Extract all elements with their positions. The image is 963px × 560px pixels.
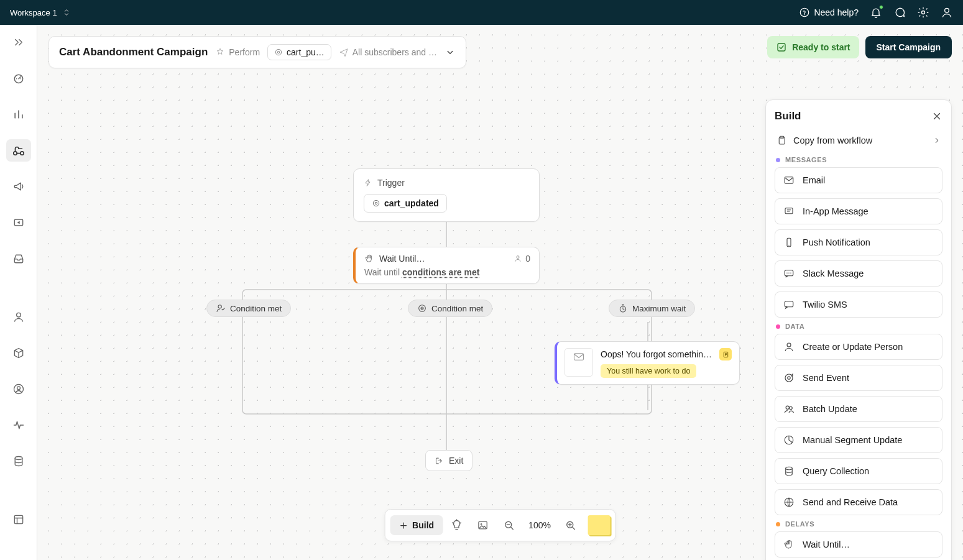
panel-item-email[interactable]: Email <box>775 167 942 193</box>
email-message-node[interactable]: Oops! You forgot somethin… You still hav… <box>555 341 740 385</box>
svg-point-24 <box>517 256 519 259</box>
sidebar-inbox-icon[interactable] <box>6 247 31 270</box>
message-warning-badge: You still have work to do <box>601 364 696 378</box>
svg-rect-21 <box>778 44 785 51</box>
people-icon <box>783 403 795 415</box>
person-icon <box>783 341 795 353</box>
sidebar-segments-icon[interactable] <box>6 378 31 400</box>
trigger-event-name[interactable]: cart_updated <box>364 194 447 213</box>
hand-icon <box>783 538 795 551</box>
draft-badge-icon <box>719 348 732 360</box>
svg-point-44 <box>785 374 793 382</box>
chat-icon[interactable] <box>893 6 906 19</box>
push-icon <box>783 236 795 249</box>
panel-item-wait-until[interactable]: Wait Until… <box>775 531 942 558</box>
idea-button[interactable] <box>444 513 469 537</box>
section-dot-icon <box>776 324 780 329</box>
panel-item-manual-segment[interactable]: Manual Segment Update <box>775 427 942 453</box>
audience-label[interactable]: All subscribers and … <box>339 47 437 57</box>
hand-icon <box>364 254 374 264</box>
need-help-link[interactable]: Need help? <box>799 7 859 18</box>
perform-label: Perform <box>215 47 260 57</box>
svg-point-19 <box>275 49 281 55</box>
panel-item-batch-update[interactable]: Batch Update <box>775 396 942 422</box>
top-bar: Workspace 1 Need help? <box>0 0 963 25</box>
sidebar-content-icon[interactable] <box>6 508 31 531</box>
zoom-in-button[interactable] <box>558 513 583 537</box>
section-dot-icon <box>776 158 780 162</box>
build-panel-title: Build <box>775 110 801 122</box>
svg-point-0 <box>801 8 809 17</box>
slack-icon <box>783 267 795 280</box>
panel-item-twilio[interactable]: Twilio SMS <box>775 291 942 318</box>
close-icon[interactable] <box>931 111 942 122</box>
wait-until-node[interactable]: Wait Until… 0 Wait until conditions are … <box>353 247 540 284</box>
sidebar-activity-icon[interactable] <box>6 414 31 436</box>
sidebar-objects-icon[interactable] <box>6 342 31 364</box>
clipboard-icon <box>776 135 787 146</box>
sidebar-people-icon[interactable] <box>6 306 31 328</box>
svg-point-27 <box>421 307 423 310</box>
need-help-label: Need help? <box>814 7 859 17</box>
workspace-selector[interactable]: Workspace 1 <box>10 8 57 17</box>
trigger-node[interactable]: Trigger cart_updated <box>353 168 540 222</box>
section-delays: DELAYS <box>776 520 942 528</box>
sidebar-analytics-icon[interactable] <box>6 103 31 126</box>
campaign-title[interactable]: Cart Abandonment Campaign <box>59 46 208 58</box>
sticky-note-button[interactable] <box>588 515 611 535</box>
branch-condition-met-1[interactable]: Condition met <box>206 300 291 317</box>
svg-point-2 <box>922 11 925 14</box>
sidebar-journeys-icon[interactable] <box>6 139 31 162</box>
workflow-canvas[interactable]: Cart Abandonment Campaign Perform cart_p… <box>37 25 963 560</box>
notifications-icon[interactable] <box>870 6 882 19</box>
notification-dot <box>879 5 883 9</box>
branch-maximum-wait[interactable]: Maximum wait <box>609 300 695 317</box>
svg-rect-12 <box>14 515 22 523</box>
message-title: Oops! You forgot somethin… <box>601 349 712 359</box>
profile-icon[interactable] <box>941 6 953 19</box>
panel-item-query-collection[interactable]: Query Collection <box>775 458 942 484</box>
svg-rect-38 <box>785 208 793 214</box>
exit-node[interactable]: Exit <box>425 450 472 471</box>
event-icon <box>215 47 225 57</box>
campaign-header: Cart Abandonment Campaign Perform cart_p… <box>48 36 466 68</box>
svg-point-45 <box>788 377 791 380</box>
svg-point-10 <box>17 387 20 390</box>
panel-item-inapp[interactable]: In-App Message <box>775 198 942 224</box>
sidebar-collapse-icon[interactable] <box>6 31 31 53</box>
sidebar-delivery-icon[interactable] <box>6 211 31 234</box>
build-button[interactable]: Build <box>390 515 443 535</box>
globe-icon <box>783 496 795 508</box>
panel-item-send-receive[interactable]: Send and Receive Data <box>775 489 942 515</box>
chevron-down-icon[interactable] <box>445 47 456 58</box>
settings-icon[interactable] <box>917 6 929 19</box>
sidebar-database-icon[interactable] <box>6 450 31 472</box>
conditions-link[interactable]: conditions are met <box>402 267 479 277</box>
section-data: DATA <box>776 323 942 330</box>
target-icon <box>372 199 380 208</box>
panel-item-create-person[interactable]: Create or Update Person <box>775 334 942 360</box>
branch-condition-met-2[interactable]: Condition met <box>408 300 492 317</box>
svg-point-32 <box>480 523 482 525</box>
svg-point-49 <box>786 467 793 470</box>
svg-point-43 <box>787 343 791 347</box>
image-button[interactable] <box>470 513 495 537</box>
start-campaign-button[interactable]: Start Campaign <box>865 36 952 58</box>
trigger-event-chip[interactable]: cart_pu… <box>267 44 331 60</box>
zoom-level[interactable]: 100% <box>522 520 557 530</box>
section-messages: MESSAGES <box>776 156 942 163</box>
svg-point-26 <box>419 305 426 312</box>
panel-item-send-event[interactable]: Send Event <box>775 365 942 391</box>
stopwatch-icon <box>618 303 628 313</box>
sidebar-dashboard-icon[interactable] <box>6 67 31 90</box>
ready-badge: Ready to start <box>767 36 859 58</box>
zoom-out-button[interactable] <box>496 513 521 537</box>
sidebar-broadcast-icon[interactable] <box>6 175 31 198</box>
person-icon <box>514 254 522 263</box>
bottom-toolbar: Build 100% <box>384 509 616 541</box>
panel-item-push[interactable]: Push Notification <box>775 229 942 255</box>
svg-point-3 <box>945 8 949 12</box>
copy-from-workflow[interactable]: Copy from workflow <box>775 130 942 151</box>
panel-item-slack[interactable]: Slack Message <box>775 260 942 287</box>
chevron-right-icon <box>933 136 941 145</box>
